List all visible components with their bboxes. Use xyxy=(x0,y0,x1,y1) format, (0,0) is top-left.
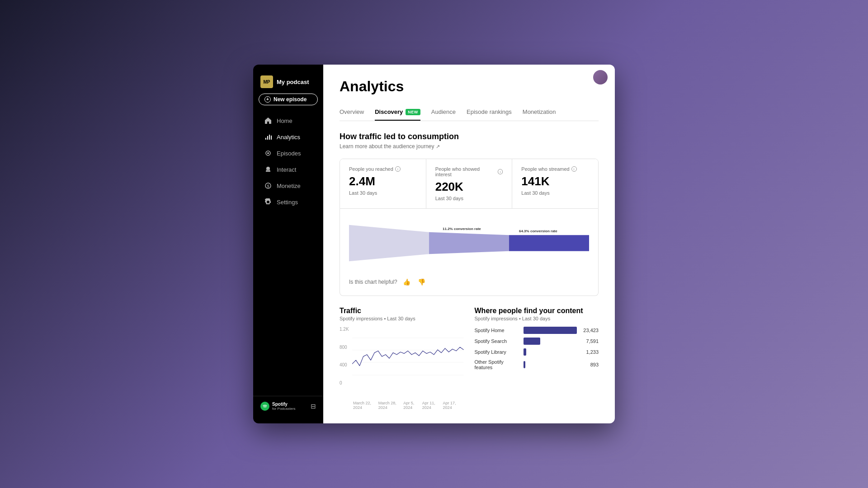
traffic-meta: Spotify impressions • Last 30 days xyxy=(340,316,464,321)
user-avatar[interactable] xyxy=(593,70,608,84)
svg-text:11.2% conversion rate: 11.2% conversion rate xyxy=(443,227,481,231)
tab-discovery[interactable]: Discovery NEW xyxy=(375,104,420,121)
stat-showed-interest: People who showed interest i 220K Last 3… xyxy=(426,159,513,208)
svg-point-1 xyxy=(267,152,269,154)
monetize-icon: $ xyxy=(264,182,272,190)
where-title: Where people find your content xyxy=(475,307,599,315)
funnel-chart-svg: 11.2% conversion rate 64.3% conversion r… xyxy=(349,216,589,270)
traffic-title: Traffic xyxy=(340,307,464,315)
bar-item-spotify-search: Spotify Search 7,591 xyxy=(475,338,599,345)
sidebar-item-settings[interactable]: Settings xyxy=(257,194,320,210)
tab-episode-rankings[interactable]: Episode rankings xyxy=(467,104,512,121)
discovery-new-badge: NEW xyxy=(406,109,420,115)
new-episode-button[interactable]: + New episode xyxy=(259,94,318,105)
home-icon xyxy=(264,117,272,125)
stat-value-interest: 220K xyxy=(435,180,503,194)
stat-value-streamed: 141K xyxy=(521,174,589,188)
spotify-logo: Spotify for Podcasters xyxy=(260,402,296,411)
section-title: How traffic led to consumption xyxy=(340,132,599,141)
plus-icon: + xyxy=(264,96,271,103)
sidebar: MP My podcast + New episode Home Analyti… xyxy=(253,65,323,423)
bottom-row: Traffic Spotify impressions • Last 30 da… xyxy=(340,307,599,410)
thumbs-up-button[interactable]: 👍 xyxy=(401,277,412,286)
podcast-avatar: MP xyxy=(260,75,273,88)
tabs-container: Overview Discovery NEW Audience Episode … xyxy=(340,104,599,121)
section-subtitle: Learn more about the audience journey ↗ xyxy=(340,143,599,150)
stat-streamed: People who streamed i 141K Last 30 days xyxy=(512,159,598,208)
bar-fill-search xyxy=(524,338,541,345)
sidebar-item-interact[interactable]: Interact xyxy=(257,162,320,177)
chart-feedback: Is this chart helpful? 👍 👎 xyxy=(349,277,589,286)
sidebar-footer: Spotify for Podcasters ⊟ xyxy=(253,396,323,416)
tab-overview[interactable]: Overview xyxy=(340,104,364,121)
spotify-circle-icon xyxy=(260,402,269,411)
y-axis-labels: 1.2K 800 400 0 xyxy=(340,327,349,385)
settings-icon xyxy=(264,198,272,206)
traffic-line-chart xyxy=(352,327,464,390)
info-icon-streamed[interactable]: i xyxy=(571,166,577,172)
main-header xyxy=(593,70,608,84)
bar-item-other-spotify: Other Spotify features 893 xyxy=(475,359,599,370)
sidebar-item-home[interactable]: Home xyxy=(257,113,320,128)
bar-chart: Spotify Home 23,423 Spotify Search 7,5 xyxy=(475,327,599,370)
where-meta: Spotify impressions • Last 30 days xyxy=(475,316,599,321)
content-area: Analytics Overview Discovery NEW Audienc… xyxy=(323,65,615,423)
interact-icon xyxy=(264,165,272,174)
stats-row: People you reached i 2.4M Last 30 days P… xyxy=(340,159,599,209)
bar-fill-library xyxy=(524,348,526,356)
bar-fill-other xyxy=(524,361,526,368)
external-link-icon: ↗ xyxy=(436,144,440,150)
analytics-icon xyxy=(264,133,272,141)
thumbs-down-button[interactable]: 👎 xyxy=(416,277,427,286)
main-content: Analytics Overview Discovery NEW Audienc… xyxy=(323,65,615,423)
svg-text:64.3% conversion rate: 64.3% conversion rate xyxy=(519,229,557,233)
info-icon-reached[interactable]: i xyxy=(395,166,401,172)
episodes-icon xyxy=(264,149,272,157)
tab-monetization[interactable]: Monetization xyxy=(523,104,556,121)
bar-item-spotify-library: Spotify Library 1,233 xyxy=(475,348,599,356)
traffic-section: Traffic Spotify impressions • Last 30 da… xyxy=(340,307,464,410)
info-icon-interest[interactable]: i xyxy=(498,169,503,174)
podcast-name: My podcast xyxy=(277,79,309,85)
svg-text:$: $ xyxy=(267,184,269,188)
x-axis-labels: March 22, 2024 March 28, 2024 Apr 5, 202… xyxy=(340,399,464,410)
app-container: MP My podcast + New episode Home Analyti… xyxy=(253,65,615,423)
sidebar-item-episodes[interactable]: Episodes xyxy=(257,145,320,161)
traffic-chart-area: 1.2K 800 400 0 xyxy=(340,327,464,399)
tab-audience[interactable]: Audience xyxy=(431,104,456,121)
collapse-sidebar-button[interactable]: ⊟ xyxy=(311,403,316,410)
sidebar-item-monetize[interactable]: $ Monetize xyxy=(257,178,320,193)
sidebar-header: MP My podcast xyxy=(253,72,323,94)
stat-value-reached: 2.4M xyxy=(349,174,417,188)
where-people-section: Where people find your content Spotify i… xyxy=(475,307,599,410)
page-title: Analytics xyxy=(340,78,599,95)
bar-fill-home xyxy=(524,327,577,334)
stat-people-reached: People you reached i 2.4M Last 30 days xyxy=(340,159,426,208)
funnel-chart-container: 11.2% conversion rate 64.3% conversion r… xyxy=(340,209,599,296)
sidebar-item-analytics[interactable]: Analytics xyxy=(257,129,320,145)
bar-item-spotify-home: Spotify Home 23,423 xyxy=(475,327,599,334)
